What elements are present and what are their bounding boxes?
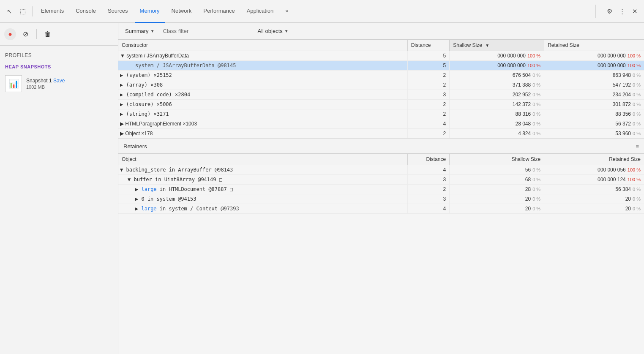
ret-distance-cell: 2 [407,185,450,194]
ret-retained-cell: 000 000 056100 % [544,165,644,175]
secondary-toolbar: Summary ▼ All objects ▼ [118,23,644,40]
tab-application[interactable]: Application [242,0,279,23]
ret-object-cell: ▶ large in system / Context @97393 [118,204,407,214]
record-button[interactable]: ● [4,28,16,40]
constructor-cell: ▶ Object ×178 [118,129,407,139]
ret-retained-cell: 200 % [544,194,644,204]
distance-cell: 2 [407,80,450,90]
close-button[interactable]: ✕ [629,5,641,17]
shallow-cell: 371 3880 % [450,80,544,90]
ret-shallow-cell: 280 % [450,185,544,194]
summary-dropdown[interactable]: Summary ▼ [122,26,158,36]
tab-network[interactable]: Network [166,0,197,23]
ret-shallow-cell: 560 % [450,165,544,175]
settings-button[interactable]: ⚙ [603,5,615,17]
ret-shallow-cell: 200 % [450,194,544,204]
ret-shallow-cell: 200 % [450,204,544,214]
retained-cell: 547 1920 % [544,80,644,90]
all-objects-dropdown[interactable]: All objects ▼ [254,26,292,36]
tab-elements[interactable]: Elements [36,0,69,23]
table-row[interactable]: ▶ (closure) ×5006 2 142 3720 % 301 8720 … [118,100,644,109]
heap-table: Constructor Distance Shallow Size ▼ Reta… [118,40,644,139]
col-header-constructor[interactable]: Constructor [118,40,407,51]
retainer-row[interactable]: ▼ buffer in Uint8Array @94149 □ 3 680 % … [118,175,644,185]
more-button[interactable]: ⋮ [616,5,628,17]
table-row[interactable]: ▶ (string) ×3271 2 88 3160 % 88 3560 % [118,109,644,119]
table-row[interactable]: ▶ (array) ×308 2 371 3880 % 547 1920 % [118,80,644,90]
stop-icon: ⊘ [23,30,28,38]
tab-console[interactable]: Console [71,0,101,23]
ret-shallow-cell: 680 % [450,175,544,185]
ret-retained-cell: 000 000 124100 % [544,175,644,185]
distance-cell: 2 [407,71,450,80]
snapshot-size: 1002 MB [26,84,65,90]
ret-retained-cell: 56 3840 % [544,185,644,194]
class-filter-input[interactable] [160,26,253,37]
save-link[interactable]: Save [53,78,65,84]
sidebar: ● ⊘ 🗑 Profiles HEAP SNAPSHOTS 📊 Snapshot… [0,23,118,354]
ret-object-cell: ▶ large in HTMLDocument @87887 □ [118,185,407,194]
main-layout: ● ⊘ 🗑 Profiles HEAP SNAPSHOTS 📊 Snapshot… [0,23,644,354]
shallow-cell: 4 8240 % [450,129,544,139]
more-icon: ⋮ [619,8,625,15]
col-header-shallow[interactable]: Shallow Size ▼ [450,40,544,51]
table-row[interactable]: ▶ (compiled code) ×2804 3 202 9520 % 234… [118,90,644,100]
retainer-row[interactable]: ▶ large in HTMLDocument @87887 □ 2 280 %… [118,185,644,194]
snapshot-info: Snapshot 1 Save 1002 MB [26,78,65,90]
tab-sources[interactable]: Sources [103,0,133,23]
retained-cell: 234 2040 % [544,90,644,100]
ret-object-cell: ▶ 0 in system @94153 [118,194,407,204]
shallow-cell: 000 000 000100 % [450,61,544,71]
col-header-retained[interactable]: Retained Size [544,40,644,51]
col-header-distance[interactable]: Distance [407,40,450,51]
retained-cell: 000 000 000100 % [544,61,644,71]
constructor-cell: ▶ (string) ×3271 [118,109,407,119]
shallow-cell: 28 0480 % [450,119,544,129]
distance-cell: 5 [407,61,450,71]
snapshot-icon: 📊 [5,75,22,92]
table-row[interactable]: ▶ HTMLParagraphElement ×1003 4 28 0480 %… [118,119,644,129]
link-text[interactable]: large [141,206,156,212]
table-area: Constructor Distance Shallow Size ▼ Reta… [118,40,644,354]
retainers-table: Object Distance Shallow Size Retained Si… [118,154,644,214]
constructor-cell: ▶ (compiled code) ×2804 [118,90,407,100]
snapshot-item[interactable]: 📊 Snapshot 1 Save 1002 MB [0,72,118,95]
ret-col-retained[interactable]: Retained Size [544,154,644,165]
table-row[interactable]: ▼ system / JSArrayBufferData 5 000 000 0… [118,51,644,61]
retained-cell: 000 000 000100 % [544,51,644,61]
retainers-title: Retainers [123,143,147,150]
retainer-row[interactable]: ▼ backing_store in ArrayBuffer @98143 4 … [118,165,644,175]
tab-more[interactable]: » [280,0,293,23]
table-row[interactable]: system / JSArrayBufferData @98145 5 000 … [118,61,644,71]
ret-distance-cell: 3 [407,194,450,204]
trash-button[interactable]: 🗑 [42,28,54,40]
ret-retained-cell: 200 % [544,204,644,214]
shallow-cell: 202 9520 % [450,90,544,100]
heap-snapshots-label: HEAP SNAPSHOTS [0,62,118,72]
retainer-row[interactable]: ▶ 0 in system @94153 3 200 % 200 % [118,194,644,204]
table-row[interactable]: ▶ (system) ×25152 2 676 5040 % 863 9480 … [118,71,644,80]
retainers-header: Retainers ≡ [118,139,644,154]
distance-cell: 5 [407,51,450,61]
retainers-table-container: Object Distance Shallow Size Retained Si… [118,154,644,214]
ret-distance-cell: 4 [407,165,450,175]
link-text[interactable]: large [141,186,156,192]
ret-distance-cell: 3 [407,175,450,185]
ret-col-distance[interactable]: Distance [407,154,450,165]
scroll-icon: ≡ [636,143,639,150]
ret-col-object[interactable]: Object [118,154,407,165]
cursor-icon-btn[interactable]: ↖ [3,5,15,17]
tab-memory[interactable]: Memory [135,0,165,23]
tab-performance[interactable]: Performance [198,0,240,23]
profiles-title: Profiles [0,46,118,62]
devtools-nav: ↖ ⬚ Elements Console Sources Memory Netw… [0,0,644,23]
sidebar-toolbar: ● ⊘ 🗑 [0,23,118,46]
stop-button[interactable]: ⊘ [19,28,31,40]
shallow-cell: 000 000 000100 % [450,51,544,61]
inspect-icon-btn[interactable]: ⬚ [17,5,29,17]
table-row[interactable]: ▶ Object ×178 2 4 8240 % 53 9600 % [118,129,644,139]
retainer-row[interactable]: ▶ large in system / Context @97393 4 200… [118,204,644,214]
ret-object-cell: ▼ backing_store in ArrayBuffer @98143 [118,165,407,175]
inspect-icon: ⬚ [20,8,26,15]
ret-col-shallow[interactable]: Shallow Size [450,154,544,165]
